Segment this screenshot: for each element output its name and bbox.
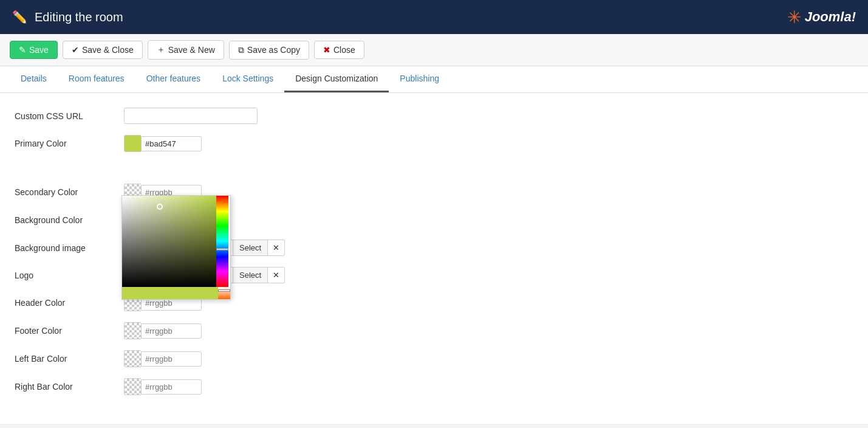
footer-color-swatch[interactable] — [124, 322, 141, 339]
joomla-logo-icon: ✳ — [787, 7, 801, 27]
left-bar-color-label: Left Bar Color — [15, 354, 124, 364]
picker-wrapper — [122, 196, 230, 287]
save-icon: ✎ — [19, 45, 26, 55]
tab-publishing[interactable]: Publishing — [389, 66, 450, 92]
left-bar-color-swatch[interactable] — [124, 350, 141, 367]
right-bar-color-row: Right Bar Color — [15, 378, 853, 395]
custom-css-url-label: Custom CSS URL — [15, 111, 124, 121]
background-color-label: Background Color — [15, 215, 124, 225]
joomla-logo: ✳ Joomla! — [787, 7, 856, 27]
close-icon: ✖ — [323, 45, 330, 55]
tab-design-customization[interactable]: Design Customization — [284, 66, 389, 92]
alpha-indicator — [218, 289, 230, 292]
footer-color-label: Footer Color — [15, 326, 124, 336]
background-image-clear-button[interactable]: ✕ — [268, 240, 285, 256]
header: ✏️ Editing the room ✳ Joomla! — [0, 0, 868, 34]
primary-color-input[interactable] — [141, 136, 202, 151]
logo-clear-button[interactable]: ✕ — [268, 267, 285, 283]
primary-color-input-wrapper — [124, 135, 202, 152]
left-bar-color-input[interactable] — [141, 351, 202, 367]
left-bar-color-input-wrapper — [124, 350, 202, 367]
background-image-label: Background image — [15, 243, 124, 253]
tabs: Details Room features Other features Loc… — [0, 66, 868, 93]
color-picker-popup[interactable] — [121, 195, 231, 300]
alpha-bar[interactable] — [218, 287, 230, 299]
footer-color-row: Footer Color — [15, 322, 853, 339]
hue-indicator — [216, 248, 228, 250]
tab-details[interactable]: Details — [10, 66, 58, 92]
background-image-select-button[interactable]: Select — [233, 240, 268, 256]
check-icon: ✔ — [72, 45, 79, 55]
color-hue-bar[interactable] — [216, 196, 228, 287]
tab-other-features[interactable]: Other features — [135, 66, 212, 92]
right-bar-color-label: Right Bar Color — [15, 382, 124, 392]
toolbar: ✎ Save ✔ Save & Close ＋ Save & New ⧉ Sav… — [0, 34, 868, 66]
right-bar-color-input[interactable] — [141, 379, 202, 395]
color-picker-cursor — [157, 204, 163, 210]
right-bar-color-input-wrapper — [124, 378, 202, 395]
custom-css-url-input[interactable] — [124, 108, 258, 124]
footer-color-input-wrapper — [124, 322, 202, 339]
header-color-label: Header Color — [15, 298, 124, 308]
color-gradient-overlay — [122, 196, 216, 287]
primary-color-row: Primary Color — [15, 135, 853, 152]
save-button[interactable]: ✎ Save — [10, 41, 58, 59]
custom-css-url-row: Custom CSS URL — [15, 108, 853, 124]
secondary-color-label: Secondary Color — [15, 187, 124, 197]
logo-label: Logo — [15, 271, 124, 280]
content-area: Custom CSS URL Primary Color — [0, 93, 868, 424]
color-picker-bottom — [122, 287, 230, 299]
save-new-button[interactable]: ＋ Save & New — [148, 40, 224, 60]
page-title: Editing the room — [35, 10, 123, 24]
save-copy-button[interactable]: ⧉ Save as Copy — [229, 41, 309, 60]
left-bar-color-row: Left Bar Color — [15, 350, 853, 367]
tab-room-features[interactable]: Room features — [58, 66, 135, 92]
copy-icon: ⧉ — [238, 45, 244, 55]
primary-color-swatch[interactable] — [124, 135, 141, 152]
plus-icon: ＋ — [157, 44, 165, 55]
close-button[interactable]: ✖ Close — [314, 41, 364, 59]
header-left: ✏️ Editing the room — [12, 10, 123, 24]
footer-color-input[interactable] — [141, 323, 202, 339]
color-preview — [122, 287, 218, 299]
pencil-icon: ✏️ — [12, 10, 27, 24]
joomla-logo-text: Joomla! — [805, 9, 856, 25]
logo-select-button[interactable]: Select — [233, 267, 268, 283]
color-gradient-area[interactable] — [122, 196, 216, 287]
right-bar-color-swatch[interactable] — [124, 378, 141, 395]
primary-color-label: Primary Color — [15, 139, 124, 148]
tab-lock-settings[interactable]: Lock Settings — [211, 66, 284, 92]
save-close-button[interactable]: ✔ Save & Close — [63, 41, 143, 59]
